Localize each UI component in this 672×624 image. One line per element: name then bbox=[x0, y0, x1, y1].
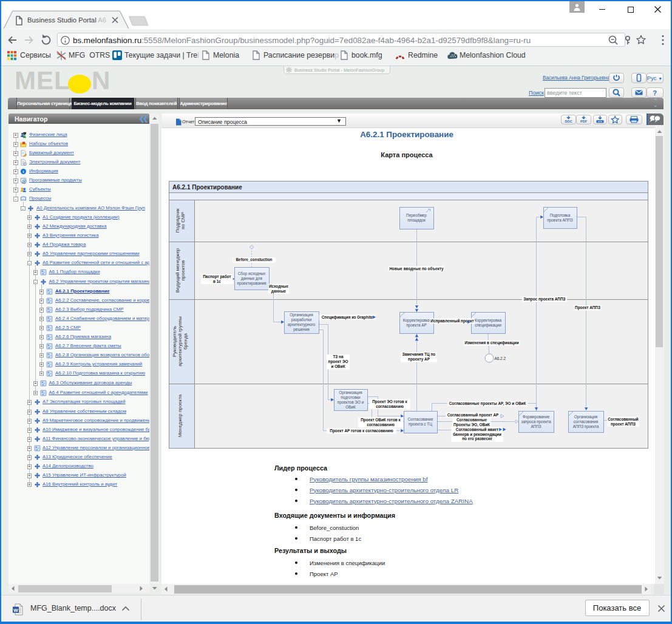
svg-text:Подготовкапроекта АППЗ: Подготовкапроекта АППЗ bbox=[547, 213, 573, 223]
svg-text:Запрос проекта АППЗ: Запрос проекта АППЗ bbox=[523, 297, 565, 302]
svg-text:Проект АР готов к согласованию: Проект АР готов к согласованию bbox=[330, 429, 393, 433]
svg-text:Проект ЭО готов ксогласованию: Проект ЭО готов ксогласованию bbox=[372, 399, 407, 409]
svg-text:Менеджер проекта: Менеджер проекта bbox=[177, 394, 183, 437]
svg-text:Проект АППЗ: Проект АППЗ bbox=[575, 305, 600, 310]
svg-text:Согласованиепроекта с ТЦ: Согласованиепроекта с ТЦ bbox=[408, 417, 433, 427]
svg-text:Before_constuction: Before_constuction bbox=[236, 257, 272, 262]
svg-text:Новые вводные по объекту: Новые вводные по объекту bbox=[389, 266, 444, 271]
svg-text:Корректировкаспецификации: Корректировкаспецификации bbox=[475, 318, 502, 328]
svg-text:W: W bbox=[13, 608, 18, 613]
svg-text:A6.2.1 Проектирование: A6.2.1 Проектирование bbox=[172, 184, 242, 191]
svg-text:СогласованныеПроекты ЭО, ОВиК: СогласованныеПроекты ЭО, ОВиК bbox=[453, 418, 490, 427]
svg-text:Согласованные проекты АР, ЭО и: Согласованные проекты АР, ЭО и ОВиК bbox=[449, 401, 526, 406]
svg-text:Спецификация из Graphite: Спецификация из Graphite bbox=[322, 315, 373, 320]
svg-text:PDF: PDF bbox=[580, 120, 588, 123]
svg-text:Переобмерплощадок: Переобмерплощадок bbox=[406, 213, 427, 223]
svg-text:Согласованный проект АР: Согласованный проект АР bbox=[447, 413, 499, 418]
svg-text:Исправленный проект: Исправленный проект bbox=[430, 319, 473, 324]
svg-text:Исходныеданные: Исходныеданные bbox=[269, 284, 289, 294]
svg-text:DOC: DOC bbox=[565, 120, 572, 123]
svg-text:Изменения в спецификации: Изменения в спецификации bbox=[464, 341, 518, 345]
svg-text:ОрганизациясогласованияАППЗ пр: ОрганизациясогласованияАППЗ проекта bbox=[573, 415, 599, 429]
svg-text:Сбор исходныхданных дляпроекти: Сбор исходныхданных дляпроектирования bbox=[237, 271, 266, 286]
svg-text:A6.2.2: A6.2.2 bbox=[495, 356, 506, 361]
svg-text:RTF: RTF bbox=[598, 121, 603, 123]
svg-text:Корректировкапроекта АР: Корректировкапроекта АР bbox=[403, 318, 430, 328]
svg-text:Согласованныйпроект АППЗ: Согласованныйпроект АППЗ bbox=[608, 417, 639, 427]
